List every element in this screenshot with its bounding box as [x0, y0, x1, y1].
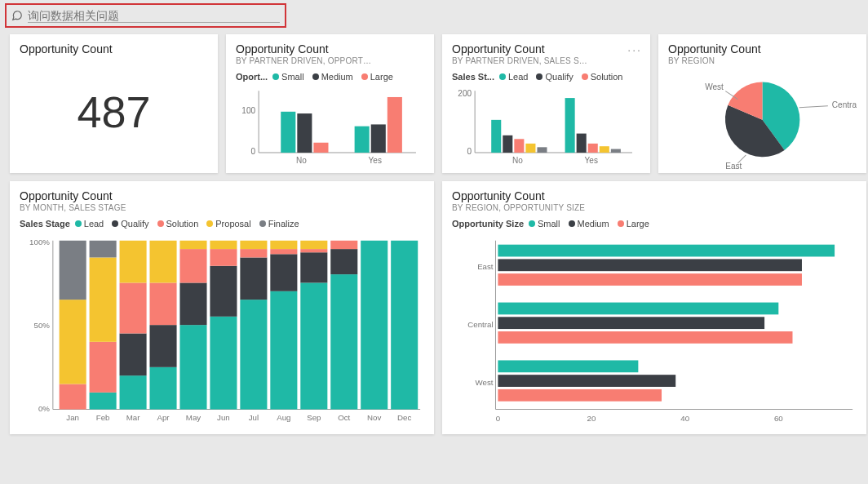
- svg-rect-7: [297, 113, 312, 153]
- svg-rect-9: [355, 127, 370, 153]
- svg-text:No: No: [512, 155, 523, 166]
- svg-rect-19: [503, 135, 512, 153]
- svg-rect-23: [565, 98, 575, 153]
- svg-text:Aug: Aug: [277, 413, 290, 422]
- svg-text:West: West: [476, 378, 494, 387]
- svg-rect-65: [210, 249, 237, 266]
- card-region-pie[interactable]: Opportunity Count BY REGION Central East…: [658, 34, 866, 173]
- legend: Sales Stage Lead Qualify Solution Propos…: [20, 219, 424, 229]
- svg-rect-85: [330, 241, 357, 249]
- svg-text:Dec: Dec: [397, 413, 411, 422]
- svg-rect-6: [281, 112, 295, 153]
- card-month-stage[interactable]: Opportunity Count BY MONTH, SALES STAGE …: [10, 181, 434, 434]
- svg-text:20: 20: [587, 414, 596, 423]
- svg-rect-79: [300, 252, 327, 282]
- svg-rect-69: [240, 257, 267, 300]
- svg-rect-45: [90, 257, 117, 341]
- svg-text:50%: 50%: [34, 321, 51, 330]
- svg-text:Apr: Apr: [157, 413, 170, 422]
- svg-rect-87: [361, 241, 388, 410]
- svg-rect-61: [179, 241, 206, 249]
- card-title: Opportunity Count: [452, 189, 857, 202]
- svg-rect-20: [514, 139, 524, 153]
- card-title: Opportunity Count: [20, 42, 208, 56]
- dashboard-grid: Opportunity Count 487 Opportunity Count …: [0, 34, 868, 442]
- card-subtitle: BY PARTNER DRIVEN, SALES S…: [452, 56, 640, 65]
- card-title: Opportunity Count: [20, 189, 424, 202]
- svg-rect-27: [611, 149, 621, 153]
- svg-rect-66: [210, 241, 237, 249]
- card-subtitle: BY REGION, OPPORTUNITY SIZE: [452, 203, 857, 212]
- svg-text:0: 0: [496, 414, 501, 423]
- svg-rect-81: [300, 241, 327, 249]
- svg-line-29: [799, 106, 828, 108]
- svg-rect-102: [498, 360, 638, 372]
- svg-text:May: May: [186, 413, 201, 422]
- svg-rect-68: [240, 300, 267, 409]
- svg-text:Central: Central: [832, 100, 857, 109]
- legend: Sales St... Lead Qualify Solution: [452, 72, 640, 82]
- chart-body: EastCentralWest0204060: [452, 229, 857, 429]
- svg-rect-55: [149, 282, 176, 325]
- svg-rect-71: [240, 241, 267, 249]
- svg-rect-21: [525, 144, 535, 153]
- svg-text:No: No: [296, 155, 307, 166]
- card-title: Opportunity Count: [452, 42, 640, 56]
- kpi-value: 487: [77, 87, 150, 137]
- svg-rect-43: [90, 393, 117, 410]
- qa-input[interactable]: [28, 9, 280, 23]
- card-title: Opportunity Count: [668, 42, 857, 56]
- svg-text:Jun: Jun: [217, 413, 230, 422]
- svg-rect-59: [179, 282, 206, 325]
- svg-rect-74: [270, 254, 297, 291]
- card-partner-stage[interactable]: ... Opportunity Count BY PARTNER DRIVEN,…: [442, 34, 650, 173]
- svg-rect-63: [210, 317, 237, 410]
- svg-rect-80: [300, 249, 327, 252]
- svg-rect-26: [600, 146, 609, 153]
- card-subtitle: BY MONTH, SALES STAGE: [20, 203, 424, 212]
- svg-rect-89: [391, 241, 418, 410]
- svg-rect-95: [498, 259, 802, 271]
- kpi-body: 487: [20, 56, 208, 168]
- svg-rect-18: [491, 120, 501, 153]
- svg-rect-98: [498, 303, 778, 315]
- card-kpi[interactable]: Opportunity Count 487: [10, 34, 218, 173]
- svg-text:Nov: Nov: [367, 413, 381, 422]
- svg-rect-73: [270, 291, 297, 410]
- svg-rect-53: [149, 367, 176, 410]
- svg-rect-84: [330, 249, 357, 274]
- svg-rect-60: [179, 249, 206, 282]
- legend: Oport... Small Medium Large: [236, 72, 424, 82]
- svg-rect-40: [60, 300, 86, 384]
- svg-text:East: East: [477, 262, 494, 271]
- svg-text:Jul: Jul: [249, 413, 259, 422]
- card-partner-size[interactable]: Opportunity Count BY PARTNER DRIVEN, OPP…: [226, 34, 434, 173]
- svg-rect-70: [240, 249, 267, 257]
- svg-rect-58: [179, 325, 206, 409]
- svg-rect-22: [537, 147, 547, 153]
- svg-rect-44: [90, 342, 117, 393]
- svg-text:40: 40: [680, 414, 689, 423]
- qa-bar[interactable]: [5, 3, 286, 28]
- svg-rect-100: [498, 331, 792, 344]
- svg-text:100%: 100%: [29, 238, 50, 246]
- svg-rect-64: [210, 266, 237, 317]
- svg-rect-49: [120, 333, 147, 375]
- svg-rect-39: [60, 384, 86, 410]
- svg-rect-76: [270, 241, 297, 249]
- svg-rect-104: [498, 389, 662, 402]
- chart-body: 0 100 No Yes: [236, 82, 424, 168]
- card-subtitle: BY PARTNER DRIVEN, OPPORT…: [236, 56, 424, 65]
- svg-rect-78: [300, 282, 327, 409]
- more-icon[interactable]: ...: [627, 41, 642, 54]
- svg-rect-83: [330, 274, 357, 409]
- svg-rect-46: [90, 241, 117, 258]
- svg-text:Sep: Sep: [307, 413, 321, 422]
- card-title: Opportunity Count: [236, 42, 424, 56]
- svg-text:West: West: [705, 82, 724, 91]
- card-region-size[interactable]: Opportunity Count BY REGION, OPPORTUNITY…: [442, 181, 866, 434]
- svg-rect-99: [498, 317, 764, 329]
- svg-rect-54: [149, 325, 176, 367]
- svg-rect-48: [120, 375, 147, 409]
- svg-text:60: 60: [774, 414, 783, 423]
